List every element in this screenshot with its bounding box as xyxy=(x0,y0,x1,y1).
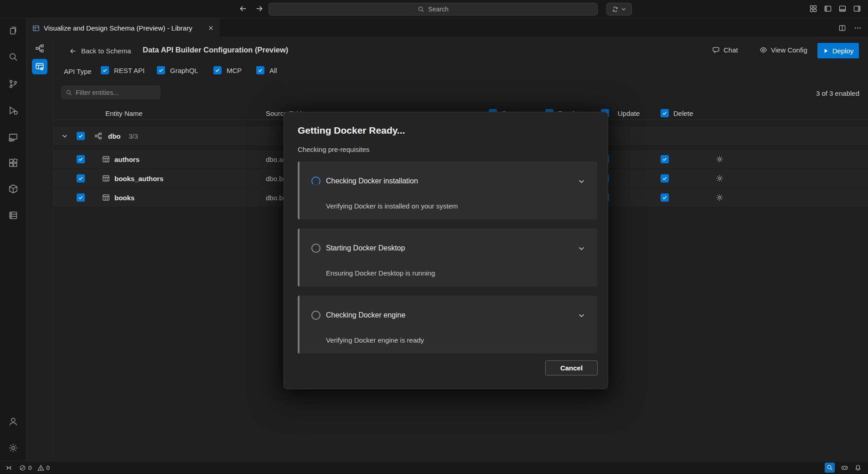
search-icon xyxy=(66,89,72,96)
row-checkbox[interactable] xyxy=(77,174,85,182)
filter-entities-input[interactable] xyxy=(76,89,161,96)
filter-mcp: MCP xyxy=(213,66,242,74)
back-to-schema-link[interactable]: Back to Schema xyxy=(69,47,131,55)
step-description: Verifying Docker engine is ready xyxy=(326,336,585,344)
tab-title: Visualize and Design Schema (Preview) - … xyxy=(44,24,192,32)
row-settings-gear-icon[interactable] xyxy=(716,156,723,163)
api-type-label: API Type xyxy=(64,68,92,75)
package-icon[interactable] xyxy=(0,184,26,194)
step-docker-desktop: Starting Docker Desktop Ensuring Docker … xyxy=(298,229,597,286)
delete-label: Delete xyxy=(673,109,693,117)
back-label: Back to Schema xyxy=(81,47,131,55)
view-config-button[interactable]: View Config xyxy=(760,46,807,54)
zoom-indicator-icon[interactable] xyxy=(825,463,835,473)
history-nav xyxy=(239,5,264,13)
sync-loop-icon xyxy=(612,6,619,13)
warning-icon xyxy=(37,464,44,471)
step-description: Ensuring Docker Desktop is running xyxy=(326,269,585,277)
chevron-down-icon[interactable] xyxy=(578,245,585,252)
database-projects-icon[interactable] xyxy=(0,210,26,220)
view-config-label: View Config xyxy=(771,46,807,54)
eye-icon xyxy=(760,46,767,54)
settings-gear-icon[interactable] xyxy=(0,443,26,453)
remote-explorer-icon[interactable] xyxy=(0,132,26,142)
more-actions-icon[interactable] xyxy=(854,24,862,32)
customize-layout-icon[interactable] xyxy=(809,5,817,13)
chat-label: Chat xyxy=(723,46,738,54)
chat-icon xyxy=(712,46,720,54)
toggle-panel-icon[interactable] xyxy=(838,5,847,13)
search-box[interactable]: Search xyxy=(269,3,598,16)
step-docker-installation: Checking Docker installation Verifying D… xyxy=(298,161,597,219)
status-bar: 0 0 xyxy=(0,461,868,474)
cancel-button[interactable]: Cancel xyxy=(545,360,598,375)
step-label: Starting Docker Desktop xyxy=(326,244,405,252)
delete-all-checkbox[interactable] xyxy=(661,109,669,117)
deploy-button[interactable]: Deploy xyxy=(817,43,859,58)
explorer-icon[interactable] xyxy=(0,26,26,36)
run-debug-icon[interactable] xyxy=(0,105,26,115)
step-description: Verifying Docker is installed on your sy… xyxy=(326,202,585,210)
row-settings-gear-icon[interactable] xyxy=(716,194,723,202)
filter-all: All xyxy=(256,66,277,74)
step-header[interactable]: Checking Docker installation xyxy=(311,175,585,187)
filter-entities-field[interactable] xyxy=(61,85,160,99)
schema-designer-tab-icon xyxy=(32,25,40,32)
titlebar: Search xyxy=(0,0,868,18)
all-checkbox[interactable] xyxy=(256,66,264,74)
mcp-checkbox[interactable] xyxy=(213,66,222,74)
docker-ready-dialog: Getting Docker Ready... Checking pre-req… xyxy=(284,112,608,389)
extensions-icon[interactable] xyxy=(0,158,26,168)
copilot-icon[interactable] xyxy=(841,464,848,472)
status-right xyxy=(825,463,868,473)
chevron-down-icon[interactable] xyxy=(578,312,585,319)
step-header[interactable]: Checking Docker engine xyxy=(311,309,585,321)
remote-indicator-icon[interactable] xyxy=(5,464,13,472)
row-delete-checkbox[interactable] xyxy=(661,155,669,163)
chevron-down-icon[interactable] xyxy=(61,132,68,140)
search-view-icon[interactable] xyxy=(0,52,26,62)
tab-visualize-design-schema[interactable]: Visualize and Design Schema (Preview) - … xyxy=(26,18,221,38)
layout-controls xyxy=(809,5,861,13)
row-settings-gear-icon[interactable] xyxy=(716,175,723,182)
chevron-down-icon xyxy=(621,6,626,12)
schema-icon xyxy=(94,132,102,140)
group-checkbox[interactable] xyxy=(77,132,85,140)
row-delete-checkbox[interactable] xyxy=(661,174,669,182)
split-editor-icon[interactable] xyxy=(838,24,846,32)
toggle-sidebar-left-icon[interactable] xyxy=(824,5,832,13)
step-header[interactable]: Starting Docker Desktop xyxy=(311,242,585,254)
forward-arrow-icon[interactable] xyxy=(255,5,264,13)
session-menu[interactable] xyxy=(606,3,632,16)
page-title: Data API Builder Configuration (Preview) xyxy=(143,46,288,54)
table-icon xyxy=(102,194,110,202)
tab-close-icon[interactable] xyxy=(207,25,214,31)
update-label: Update xyxy=(618,109,640,117)
designer-rail xyxy=(26,37,53,461)
data-api-builder-icon[interactable] xyxy=(32,59,47,74)
play-icon xyxy=(823,48,829,54)
row-checkbox[interactable] xyxy=(77,155,85,163)
bell-icon[interactable] xyxy=(854,464,862,471)
entity-name: books_authors xyxy=(114,175,164,182)
dialog-subtitle: Checking pre-requisites xyxy=(298,146,370,153)
toggle-sidebar-right-icon[interactable] xyxy=(853,5,861,13)
group-name: dbo xyxy=(108,132,121,140)
accounts-icon[interactable] xyxy=(0,417,26,427)
back-arrow-icon[interactable] xyxy=(239,5,247,13)
schema-diagram-icon[interactable] xyxy=(26,44,53,53)
row-delete-checkbox[interactable] xyxy=(661,193,669,202)
rest-api-checkbox[interactable] xyxy=(101,66,109,74)
problems-indicator[interactable]: 0 0 xyxy=(19,464,50,471)
search-placeholder: Search xyxy=(428,5,448,13)
source-control-icon[interactable] xyxy=(0,79,26,89)
step-label: Checking Docker engine xyxy=(326,311,405,319)
vscode-window: Search xyxy=(0,0,868,474)
status-left: 0 0 xyxy=(0,464,50,472)
graphql-checkbox[interactable] xyxy=(157,66,165,74)
chevron-down-icon[interactable] xyxy=(578,177,585,185)
chat-button[interactable]: Chat xyxy=(712,46,738,54)
row-checkbox[interactable] xyxy=(77,193,85,202)
col-entity-name: Entity Name xyxy=(105,106,143,120)
pending-circle-icon xyxy=(311,244,320,253)
